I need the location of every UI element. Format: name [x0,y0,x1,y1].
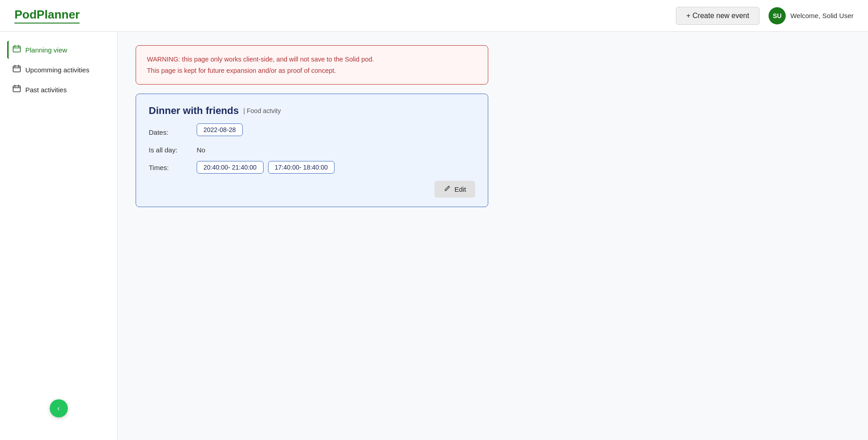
event-card: Dinner with friends | Food actvity Dates… [136,94,488,207]
dates-label: Dates: [149,126,189,136]
layout: Planning view Upcomming activities [0,32,868,440]
avatar: SU [769,7,786,24]
event-footer: Edit [149,181,475,198]
sidebar: Planning view Upcomming activities [0,32,118,440]
times-label: Times: [149,161,189,171]
warning-banner: WARNING: this page only works client-sid… [136,45,488,85]
event-title: Dinner with friends [149,105,239,117]
main-content: WARNING: this page only works client-sid… [118,32,868,440]
event-subtitle: | Food actvity [243,107,281,114]
user-badge: SU Welcome, Solid User [769,7,854,24]
sidebar-item-label-planning: Planning view [25,46,67,54]
header-right: + Create new event SU Welcome, Solid Use… [676,7,854,25]
time-chip-1: 20:40:00- 21:40:00 [197,161,264,174]
create-event-button[interactable]: + Create new event [676,7,760,25]
event-dates-field: Dates: 2022-08-28 [149,126,475,136]
dates-chips: 2022-08-28 [197,126,243,134]
calendar-outline-icon [13,65,21,75]
edit-label: Edit [454,185,466,193]
sidebar-nav: Planning view Upcomming activities [0,41,117,99]
time-chips-container: 20:40:00- 21:40:00 17:40:00- 18:40:00 [197,161,335,174]
svg-rect-4 [13,66,20,72]
sidebar-item-past-activities[interactable]: Past activities [7,80,110,99]
calendar-icon [13,45,21,55]
event-allday-field: Is all day: No [149,143,475,154]
event-title-row: Dinner with friends | Food actvity [149,105,475,117]
sidebar-item-label-past: Past activities [25,86,67,94]
sidebar-item-upcoming-activities[interactable]: Upcomming activities [7,61,110,79]
date-chip: 2022-08-28 [197,123,243,136]
app-logo: PodPlanner [14,8,80,24]
sidebar-item-label-upcoming: Upcomming activities [25,66,90,74]
svg-rect-0 [13,46,20,52]
header: PodPlanner + Create new event SU Welcome… [0,0,868,32]
allday-label: Is all day: [149,143,189,154]
svg-rect-8 [13,86,20,92]
welcome-text: Welcome, Solid User [790,12,854,19]
allday-value: No [197,143,205,154]
event-times-field: Times: 20:40:00- 21:40:00 17:40:00- 18:4… [149,161,475,174]
warning-line1: WARNING: this page only works client-sid… [147,54,477,65]
time-chip-2: 17:40:00- 18:40:00 [268,161,335,174]
sidebar-toggle-button[interactable]: ‹ [50,399,68,417]
sidebar-item-planning-view[interactable]: Planning view [7,41,110,59]
edit-button[interactable]: Edit [434,181,475,198]
edit-pencil-icon [443,185,451,194]
warning-line2: This page is kept for future expansion a… [147,65,477,76]
calendar-past-icon [13,85,21,95]
